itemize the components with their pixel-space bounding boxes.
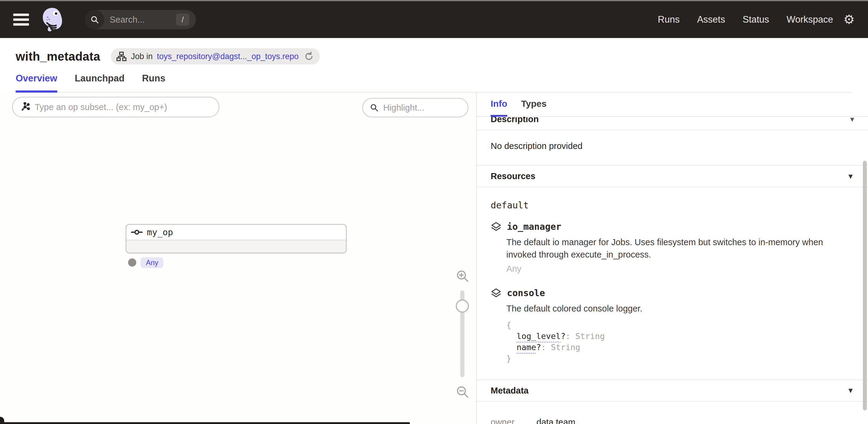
- highlight-input[interactable]: [383, 103, 461, 113]
- highlight-filter: [362, 98, 468, 117]
- zoom-out-icon[interactable]: [456, 385, 469, 398]
- zoom-in-icon[interactable]: [456, 269, 469, 282]
- tab-info[interactable]: Info: [491, 99, 507, 117]
- nav-link-assets[interactable]: Assets: [697, 14, 725, 25]
- resource-name: console: [507, 288, 545, 298]
- search-shortcut-key: /: [176, 13, 189, 26]
- metadata-row-owner: owner data team: [491, 417, 854, 424]
- tab-types[interactable]: Types: [521, 99, 547, 116]
- metadata-value: data team: [536, 417, 575, 424]
- config-open-brace: {: [506, 320, 854, 331]
- resource-type: Any: [506, 264, 854, 274]
- description-body: No description provided: [477, 130, 868, 165]
- page-header: with_metadata Job in toys_repository@dag…: [0, 38, 868, 93]
- zoom-slider-thumb[interactable]: [456, 299, 469, 313]
- tab-launchpad[interactable]: Launchpad: [75, 73, 124, 92]
- config-field-type: String: [551, 342, 581, 352]
- graph-filter-icon: [20, 102, 30, 113]
- op-subset-filter: [12, 97, 219, 117]
- op-graph-canvas[interactable]: my_op Any: [0, 93, 477, 424]
- config-field-type: String: [575, 331, 605, 341]
- resource-io-manager: io_manager The default io manager for Jo…: [491, 221, 854, 274]
- section-resources-title: Resources: [491, 171, 535, 181]
- job-graph-icon: [116, 51, 127, 62]
- refresh-icon[interactable]: [304, 52, 314, 61]
- section-resources-header[interactable]: Resources ▼: [477, 166, 868, 187]
- job-repo-link[interactable]: toys_repository@dagst..._op_toys.repo: [157, 52, 299, 61]
- config-schema: { log_level?: String name?: String }: [506, 320, 854, 364]
- chevron-down-icon: ▾: [850, 117, 854, 124]
- op-output-port[interactable]: [128, 259, 136, 267]
- config-separator: :: [541, 342, 551, 352]
- metadata-content: owner data team link https://dagster.io: [477, 402, 868, 424]
- resource-console: console The default colored console logg…: [491, 288, 854, 364]
- caret-down-icon: ▼: [847, 172, 854, 181]
- dagster-logo-icon[interactable]: [41, 7, 63, 32]
- nav-link-runs[interactable]: Runs: [658, 14, 680, 25]
- resource-name: io_manager: [507, 221, 561, 232]
- zoom-controls: [450, 269, 474, 398]
- job-badge: Job in toys_repository@dagst..._op_toys.…: [111, 48, 319, 64]
- resource-group-name: default: [491, 200, 854, 211]
- search-placeholder: Search...: [110, 15, 145, 25]
- config-separator: :: [566, 331, 576, 341]
- page-tabs: Overview Launchpad Runs: [16, 73, 852, 93]
- config-field-name[interactable]: log_level: [517, 331, 561, 341]
- panel-tabs: Info Types: [477, 93, 868, 117]
- resource-description: The default colored console logger.: [506, 302, 854, 315]
- tab-overview[interactable]: Overview: [16, 73, 57, 93]
- gear-icon[interactable]: ⚙: [843, 13, 855, 26]
- panel-scroll-area[interactable]: Description ▾ No description provided Re…: [477, 117, 868, 424]
- highlight-search-icon: [370, 103, 378, 113]
- config-optional-marker: ?: [536, 342, 541, 352]
- resource-layers-icon: [491, 222, 501, 232]
- config-field-name-row: name?: String: [506, 342, 854, 353]
- resource-layers-icon: [491, 288, 501, 298]
- config-close-brace: }: [506, 353, 854, 364]
- section-metadata-title: Metadata: [491, 386, 529, 396]
- config-field-name[interactable]: name: [517, 342, 536, 352]
- section-metadata-header[interactable]: Metadata ▼: [477, 380, 868, 402]
- info-panel: Info Types Description ▾ No description …: [477, 93, 868, 424]
- op-node-name: my_op: [147, 227, 173, 237]
- top-nav: Search... / Runs Assets Status Workspace…: [0, 1, 868, 38]
- resources-content: default io_manager The default io manage…: [477, 187, 868, 380]
- page-title: with_metadata: [16, 50, 100, 63]
- output-type-badge[interactable]: Any: [141, 257, 163, 268]
- op-node-my_op[interactable]: my_op: [126, 224, 347, 253]
- config-optional-marker: ?: [561, 331, 565, 341]
- menu-icon[interactable]: [13, 13, 29, 26]
- resource-description: The default io manager for Jobs. Uses fi…: [506, 236, 854, 261]
- nav-links: Runs Assets Status Workspace: [658, 14, 833, 25]
- op-node-body: [126, 240, 346, 253]
- tab-runs[interactable]: Runs: [142, 73, 165, 92]
- section-description-title: Description: [491, 117, 539, 124]
- caret-down-icon: ▼: [847, 386, 854, 395]
- op-subset-input[interactable]: [35, 102, 212, 112]
- op-icon: [131, 230, 143, 235]
- zoom-slider[interactable]: [460, 291, 464, 377]
- job-badge-prefix: Job in: [131, 52, 153, 61]
- config-field-log-level: log_level?: String: [506, 331, 854, 342]
- global-search[interactable]: Search... /: [85, 10, 196, 29]
- nav-link-workspace[interactable]: Workspace: [786, 14, 833, 25]
- metadata-key: owner: [491, 417, 536, 424]
- search-icon: [85, 10, 104, 29]
- section-description-header[interactable]: Description ▾: [477, 117, 868, 130]
- nav-link-status[interactable]: Status: [743, 14, 769, 25]
- window-bottom-edge: [0, 422, 410, 424]
- panel-scrollbar-thumb[interactable]: [863, 161, 867, 411]
